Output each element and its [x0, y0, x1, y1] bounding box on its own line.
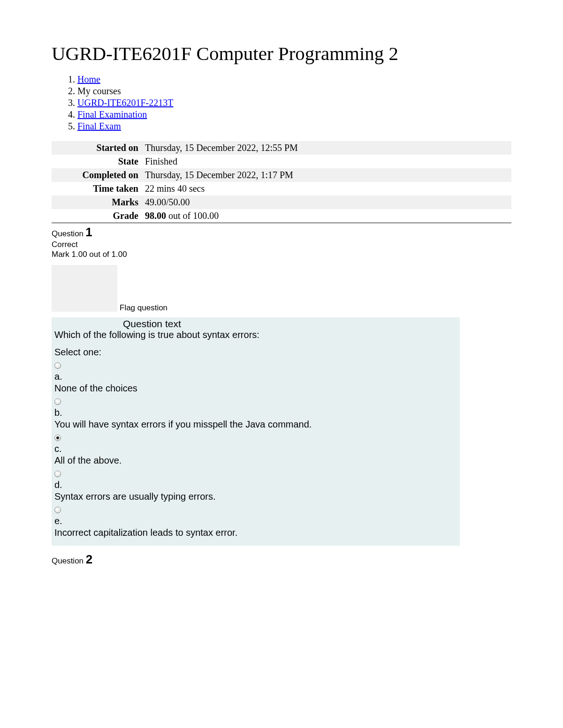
time-taken-label: Time taken [52, 182, 143, 195]
breadcrumb: Home My courses UGRD-ITE6201F-2213T Fina… [52, 74, 511, 132]
flag-box [52, 265, 117, 312]
summary-table: Started on Thursday, 15 December 2022, 1… [52, 141, 511, 223]
option-d-text: Syntax errors are usually typing errors. [54, 491, 457, 502]
question-2-label: Question [52, 556, 84, 565]
started-on-label: Started on [52, 141, 143, 155]
option-d: d. Syntax errors are usually typing erro… [54, 468, 457, 502]
flag-question[interactable]: Flag question [120, 303, 511, 313]
radio-c[interactable] [54, 435, 61, 441]
grade-score: 98.00 [145, 210, 166, 221]
radio-a[interactable] [54, 362, 61, 369]
option-b: b. You will have syntax errors if you mi… [54, 396, 457, 430]
question-2-number: 2 [86, 552, 92, 566]
question-box: Question text Which of the following is … [52, 317, 460, 546]
breadcrumb-section[interactable]: Final Examination [77, 109, 147, 120]
question-mark: Mark 1.00 out of 1.00 [52, 250, 511, 259]
option-c-text: All of the above. [54, 455, 457, 466]
option-a: a. None of the choices [54, 360, 457, 394]
completed-on-label: Completed on [52, 168, 143, 182]
grade-label: Grade [52, 209, 143, 223]
option-d-letter: d. [54, 480, 457, 490]
question-correct: Correct [52, 240, 511, 249]
breadcrumb-quiz[interactable]: Final Exam [77, 121, 121, 131]
radio-d[interactable] [54, 471, 61, 477]
select-one-label: Select one: [54, 347, 457, 358]
page-title: UGRD-ITE6201F Computer Programming 2 [52, 42, 511, 65]
grade-outof: out of 100.00 [166, 210, 219, 221]
question-label: Question [52, 229, 84, 238]
option-a-text: None of the choices [54, 383, 457, 394]
option-a-letter: a. [54, 371, 457, 382]
option-b-text: You will have syntax errors if you missp… [54, 419, 457, 430]
breadcrumb-course[interactable]: UGRD-ITE6201F-2213T [77, 98, 173, 108]
option-c-letter: c. [54, 443, 457, 454]
question-2-header: Question 2 [52, 552, 511, 567]
option-b-letter: b. [54, 407, 457, 418]
radio-b[interactable] [54, 398, 61, 405]
option-e-text: Incorrect capitalization leads to syntax… [54, 527, 457, 538]
option-e: e. Incorrect capitalization leads to syn… [54, 504, 457, 538]
question-number: 1 [85, 225, 92, 239]
question-header: Question 1 Correct Mark 1.00 out of 1.00 [52, 225, 511, 259]
time-taken-value: 22 mins 40 secs [143, 182, 511, 195]
radio-e[interactable] [54, 507, 61, 513]
question-text-heading: Question text [53, 317, 459, 330]
marks-value: 49.00/50.00 [143, 195, 511, 209]
state-label: State [52, 155, 143, 168]
state-value: Finished [143, 155, 511, 168]
completed-on-value: Thursday, 15 December 2022, 1:17 PM [143, 168, 511, 182]
breadcrumb-home[interactable]: Home [77, 74, 100, 84]
breadcrumb-mycourses: My courses [77, 86, 121, 96]
marks-label: Marks [52, 195, 143, 209]
grade-value: 98.00 out of 100.00 [143, 209, 511, 223]
question-prompt: Which of the following is true about syn… [54, 330, 457, 340]
started-on-value: Thursday, 15 December 2022, 12:55 PM [143, 141, 511, 155]
option-c: c. All of the above. [54, 432, 457, 466]
option-e-letter: e. [54, 516, 457, 526]
